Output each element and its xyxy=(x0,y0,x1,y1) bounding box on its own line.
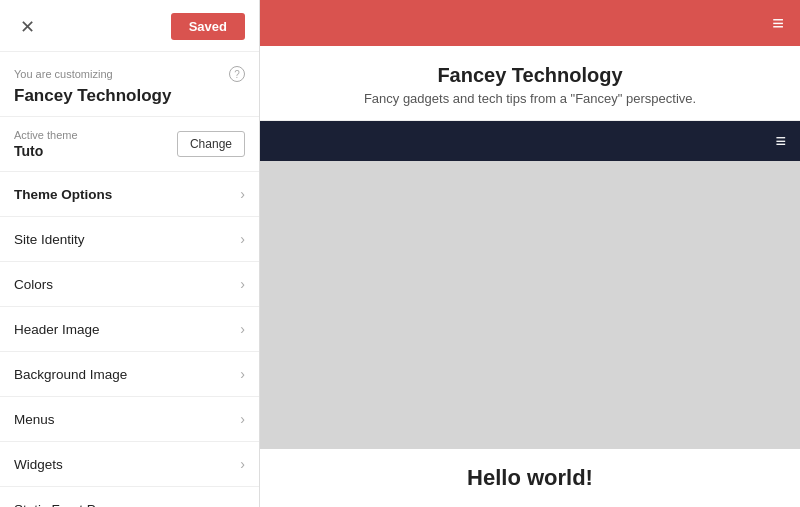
nav-item-label: Menus xyxy=(14,412,55,427)
chevron-icon: › xyxy=(240,321,245,337)
site-header: Fancey Technology Fancy gadgets and tech… xyxy=(260,46,800,121)
site-nav-bar: ≡ xyxy=(260,121,800,161)
chevron-icon: › xyxy=(240,501,245,507)
left-panel: ✕ Saved You are customizing ? Fancey Tec… xyxy=(0,0,260,507)
nav-item-label: Background Image xyxy=(14,367,127,382)
hamburger-nav-icon[interactable]: ≡ xyxy=(775,131,786,152)
nav-item-widgets[interactable]: Widgets› xyxy=(0,442,259,487)
nav-item-background-image[interactable]: Background Image› xyxy=(0,352,259,397)
hello-world-section: Hello world! xyxy=(260,449,800,507)
nav-item-label: Header Image xyxy=(14,322,100,337)
right-panel: ≡ Fancey Technology Fancy gadgets and te… xyxy=(260,0,800,507)
active-theme-section: Active theme Tuto Change xyxy=(0,117,259,172)
chevron-icon: › xyxy=(240,231,245,247)
active-theme-name: Tuto xyxy=(14,143,78,159)
saved-button[interactable]: Saved xyxy=(171,13,245,40)
app-container: ✕ Saved You are customizing ? Fancey Tec… xyxy=(0,0,800,507)
nav-item-header-image[interactable]: Header Image› xyxy=(0,307,259,352)
nav-list: Theme Options›Site Identity›Colors›Heade… xyxy=(0,172,259,507)
chevron-icon: › xyxy=(240,276,245,292)
nav-item-label: Theme Options xyxy=(14,187,112,202)
chevron-icon: › xyxy=(240,456,245,472)
chevron-icon: › xyxy=(240,366,245,382)
left-header: ✕ Saved xyxy=(0,0,259,52)
customizing-label: You are customizing ? xyxy=(14,66,245,82)
help-icon[interactable]: ? xyxy=(229,66,245,82)
hero-image xyxy=(260,161,800,449)
content-area: Hello world! xyxy=(260,161,800,507)
preview-site-tagline: Fancy gadgets and tech tips from a "Fanc… xyxy=(280,91,780,106)
customizing-section: You are customizing ? Fancey Technology xyxy=(0,52,259,117)
preview-site-name: Fancey Technology xyxy=(280,64,780,87)
nav-item-label: Colors xyxy=(14,277,53,292)
close-button[interactable]: ✕ xyxy=(14,16,41,38)
chevron-icon: › xyxy=(240,186,245,202)
nav-item-site-identity[interactable]: Site Identity› xyxy=(0,217,259,262)
chevron-icon: › xyxy=(240,411,245,427)
hamburger-top-icon[interactable]: ≡ xyxy=(772,12,784,35)
change-theme-button[interactable]: Change xyxy=(177,131,245,157)
nav-item-theme-options[interactable]: Theme Options› xyxy=(0,172,259,217)
nav-item-label: Static Front Page xyxy=(14,502,118,508)
nav-item-label: Site Identity xyxy=(14,232,85,247)
nav-item-label: Widgets xyxy=(14,457,63,472)
active-theme-info: Active theme Tuto xyxy=(14,129,78,159)
active-theme-label: Active theme xyxy=(14,129,78,141)
top-bar: ≡ xyxy=(260,0,800,46)
customizing-site-title: Fancey Technology xyxy=(14,86,245,106)
nav-item-static-front-page[interactable]: Static Front Page› xyxy=(0,487,259,507)
nav-item-menus[interactable]: Menus› xyxy=(0,397,259,442)
customizing-text: You are customizing xyxy=(14,68,113,80)
nav-item-colors[interactable]: Colors› xyxy=(0,262,259,307)
hello-world-title: Hello world! xyxy=(280,465,780,491)
